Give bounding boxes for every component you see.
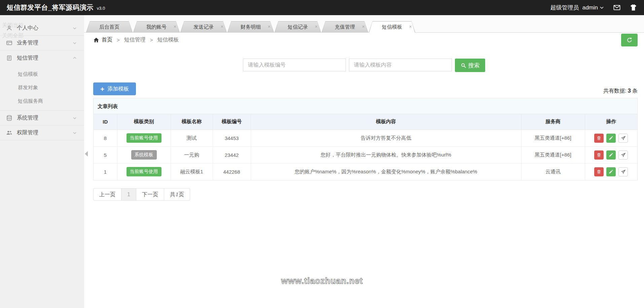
template-list-panel: 文章列表 ID 模板类别 模板名称 模板编号 模板内容 服务商 (93, 98, 638, 180)
tab-my-account[interactable]: 我的账号 (133, 21, 180, 32)
status-badge: 当前账号使用 (127, 133, 162, 143)
watermark: www.tiaozhuan.net (0, 276, 644, 286)
sidebar-item-label: 个人中心 (17, 25, 38, 32)
table-row: 1 当前账号使用 融云模板1 442268 您的账户%name%，因为%reas… (94, 163, 637, 180)
refresh-icon (626, 37, 633, 43)
cell-name: 融云模板1 (171, 163, 213, 180)
close-icon[interactable] (268, 21, 271, 32)
col-header-content: 模板内容 (251, 114, 521, 130)
cell-code: 442268 (213, 163, 251, 180)
sidebar-item-sms-providers[interactable]: 短信服务商 (0, 94, 84, 108)
send-icon (621, 152, 626, 158)
sidebar-item-system-mgmt[interactable]: 系统管理 (0, 111, 84, 126)
search-bar: 搜索 (84, 59, 644, 72)
username: admin (582, 4, 598, 11)
send-button[interactable] (618, 134, 628, 143)
cell-actions (585, 146, 637, 163)
edit-button[interactable] (606, 150, 616, 160)
refresh-button[interactable] (621, 34, 638, 46)
delete-icon (597, 169, 601, 174)
tshirt-icon[interactable] (630, 4, 637, 11)
edit-button[interactable] (606, 167, 616, 176)
close-icon[interactable] (315, 21, 318, 32)
edit-icon (609, 152, 613, 157)
cell-name: 测试 (171, 130, 213, 146)
sidebar-item-permission-mgmt[interactable]: 权限管理 (0, 126, 84, 140)
cell-content: 告诉对方答复不分高低 (251, 130, 521, 146)
sidebar-item-personal-center[interactable]: 个人中心 (0, 21, 84, 36)
breadcrumb-home[interactable]: 首页 (93, 36, 112, 43)
close-icon[interactable] (221, 21, 223, 32)
search-icon (461, 63, 466, 68)
cell-id: 1 (94, 163, 117, 180)
cell-type: 当前账号使用 (117, 163, 171, 180)
sidebar-item-business-mgmt[interactable]: 业务管理 (0, 36, 84, 50)
sidebar-item-sms-mgmt[interactable]: 短信管理 (0, 50, 84, 65)
template-content-input[interactable] (349, 59, 452, 71)
send-button[interactable] (618, 150, 628, 160)
breadcrumb-sms-template[interactable]: 短信模板 (157, 36, 179, 43)
app-title: 短信群发平台_将军源码演示 (7, 3, 94, 12)
add-template-button[interactable]: 添加模板 (93, 82, 136, 95)
table-row: 8 当前账号使用 测试 34453 告诉对方答复不分高低 黑五类通道[+86] (94, 130, 637, 146)
tab-finance-detail[interactable]: 财务明细 (227, 21, 274, 32)
template-no-input[interactable] (243, 59, 346, 71)
page-number-1[interactable]: 1 (121, 188, 136, 201)
chevron-down-icon (72, 40, 77, 46)
total-count: 共有数据:3条 (603, 88, 638, 95)
col-header-code: 模板编号 (213, 114, 251, 130)
tab-sms-records[interactable]: 短信记录 (275, 21, 321, 32)
edit-icon (609, 169, 613, 174)
col-header-name: 模板名称 (171, 114, 213, 130)
next-page-button[interactable]: 下一页 (136, 188, 164, 201)
tab-send-records[interactable]: 发送记录 (180, 21, 227, 32)
close-icon[interactable] (409, 21, 412, 32)
mail-icon[interactable] (613, 4, 621, 11)
template-table: ID 模板类别 模板名称 模板编号 模板内容 服务商 操作 8 当前账号使用 (94, 114, 637, 180)
user-icon (6, 25, 13, 32)
send-button[interactable] (618, 167, 628, 176)
edit-button[interactable] (606, 134, 616, 143)
prev-page-button[interactable]: 上一页 (93, 188, 121, 201)
delete-button[interactable] (594, 167, 604, 176)
users-icon (6, 129, 13, 136)
database-icon (6, 114, 13, 122)
sidebar: 关闭当前 关闭全部 个人中心 业务管理 短信管理 (0, 15, 84, 308)
chevron-up-icon (72, 55, 77, 61)
search-button[interactable]: 搜索 (455, 59, 485, 72)
cell-name: 一元购 (171, 146, 213, 163)
chevron-down-icon (72, 130, 77, 136)
total-pages: 共1页 (164, 188, 190, 201)
breadcrumb-separator: > (117, 37, 120, 43)
sidebar-item-sms-template[interactable]: 短信模板 (0, 67, 84, 81)
sidebar-item-label: 短信管理 (17, 55, 38, 62)
tab-sms-template[interactable]: 短信模板 (369, 21, 415, 32)
send-icon (621, 169, 626, 174)
cell-id: 8 (94, 130, 117, 146)
cell-content: 您好，平台限时推出一元购物体检。快来参加体验吧%url% (251, 146, 521, 163)
chevron-down-icon (72, 115, 77, 121)
col-header-provider: 服务商 (521, 114, 585, 130)
send-icon (621, 136, 626, 141)
sidebar-item-bulk-targets[interactable]: 群发对象 (0, 81, 84, 94)
tab-recharge-mgmt[interactable]: 充值管理 (322, 21, 368, 32)
tabbar: 后台首页 我的账号 发送记录 财务明细 短信记录 充值管理 (84, 15, 644, 33)
delete-button[interactable] (594, 134, 604, 143)
close-icon[interactable] (174, 21, 176, 32)
cell-id: 5 (94, 146, 117, 163)
col-header-actions: 操作 (585, 114, 637, 130)
breadcrumb-sms-mgmt[interactable]: 短信管理 (124, 36, 146, 43)
plus-icon (100, 85, 104, 93)
panel-title: 文章列表 (94, 98, 637, 114)
close-icon[interactable] (362, 21, 365, 32)
user-menu[interactable]: admin (582, 4, 604, 11)
sidebar-collapse-arrow-icon[interactable] (85, 151, 88, 157)
delete-button[interactable] (594, 150, 604, 160)
user-role: 超级管理员 (550, 4, 579, 11)
edit-icon (609, 136, 613, 140)
col-header-type: 模板类别 (117, 114, 171, 130)
status-badge: 当前账号使用 (127, 167, 162, 176)
col-header-id: ID (94, 114, 117, 130)
tab-backend-home[interactable]: 后台首页 (86, 21, 133, 32)
cell-content: 您的账户%name%，因为%reason%，金额变化%money%，账户余额%b… (251, 163, 521, 180)
